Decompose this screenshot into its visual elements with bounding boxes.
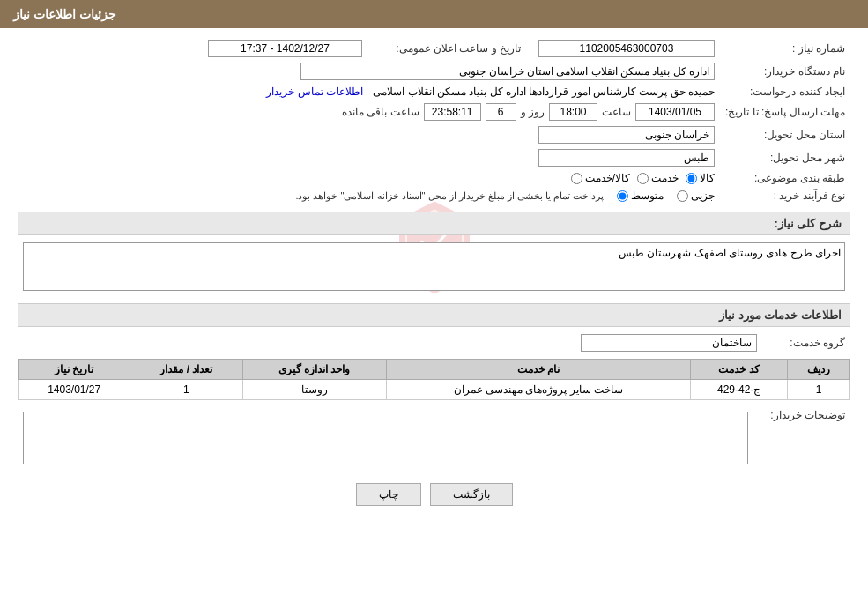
purchase-type-note: پرداخت تمام یا بخشی از مبلغ خریدار از مح… — [295, 190, 604, 202]
back-button[interactable]: بازگشت — [430, 483, 513, 506]
cell-unit: روستا — [242, 380, 386, 400]
purchase-type-jozi[interactable]: جزیی — [677, 189, 715, 202]
deadline-label: مهلت ارسال پاسخ: تا تاریخ: — [720, 100, 850, 123]
category-khedmat-radio[interactable] — [637, 173, 649, 184]
province-label: استان محل تحویل: — [720, 123, 850, 146]
deadline-day-label: روز و — [521, 106, 545, 118]
buyer-org-label: نام دستگاه خریدار: — [720, 60, 850, 83]
creator-contact-link[interactable]: اطلاعات تماس خریدار — [266, 85, 363, 98]
city-label: شهر محل تحویل: — [720, 146, 850, 169]
cell-row: 1 — [787, 380, 849, 400]
service-group-label: گروه خدمت: — [762, 331, 850, 354]
creator-label: ایجاد کننده درخواست: — [720, 83, 850, 100]
category-kala-option[interactable]: کالا — [686, 172, 715, 184]
purchase-motavasset-radio[interactable] — [617, 190, 628, 202]
buyer-org-input[interactable] — [300, 63, 715, 80]
col-date: تاریخ نیاز — [19, 360, 130, 380]
general-desc-textarea[interactable]: اجرای طرح هادی روستای اصفهک شهرستان طبس — [23, 242, 845, 291]
buyer-desc-textarea[interactable] — [23, 412, 748, 464]
buttons-row: بازگشت چاپ — [18, 483, 850, 506]
col-code: کد خدمت — [691, 360, 788, 380]
services-info-section: اطلاعات خدمات مورد نیاز — [18, 303, 850, 327]
cell-name: ساخت سایر پروژه‌های مهندسی عمران — [386, 380, 691, 400]
print-button[interactable]: چاپ — [356, 483, 421, 506]
service-group-input[interactable] — [581, 334, 757, 352]
deadline-time-input[interactable] — [549, 103, 597, 121]
cell-date: 1403/01/27 — [19, 380, 130, 400]
cell-qty: 1 — [130, 380, 242, 400]
page-header: جزئیات اطلاعات نیاز — [0, 0, 868, 28]
need-number-input[interactable] — [538, 40, 715, 57]
col-name: نام خدمت — [386, 360, 691, 380]
purchase-jozi-radio[interactable] — [677, 190, 688, 202]
announce-label: تاریخ و ساعت اعلان عمومی: — [367, 37, 526, 60]
deadline-days-input[interactable] — [486, 103, 516, 121]
deadline-time-label: ساعت — [602, 106, 631, 118]
buyer-desc-label: توضیحات خریدار: — [753, 405, 850, 470]
col-unit: واحد اندازه گیری — [242, 360, 386, 380]
purchase-type-motavasset[interactable]: متوسط — [617, 189, 664, 202]
category-label: طبقه بندی موضوعی: — [720, 169, 850, 187]
deadline-date-input[interactable] — [635, 103, 715, 121]
table-row: 1 ج-42-429 ساخت سایر پروژه‌های مهندسی عم… — [19, 380, 850, 400]
need-number-label: شماره نیاز : — [720, 37, 850, 60]
category-khedmat-option[interactable]: خدمت — [637, 172, 679, 184]
col-row: ردیف — [787, 360, 849, 380]
deadline-remaining-label: ساعت باقی مانده — [342, 106, 419, 118]
category-both-radio[interactable] — [571, 173, 582, 184]
category-kala-radio[interactable] — [686, 173, 697, 184]
services-table: ردیف کد خدمت نام خدمت واحد اندازه گیری ت… — [18, 359, 850, 400]
city-input[interactable] — [538, 149, 715, 167]
general-desc-section: شرح کلی نیاز: — [18, 212, 850, 235]
cell-code: ج-42-429 — [691, 380, 788, 400]
province-input[interactable] — [538, 126, 715, 144]
creator-value: حمیده حق پرست کارشناس امور قراردادها ادا… — [373, 85, 715, 98]
page-title: جزئیات اطلاعات نیاز — [13, 7, 116, 21]
category-kala-khedmat-option[interactable]: کالا/خدمت — [571, 172, 630, 184]
announce-input[interactable] — [208, 40, 362, 57]
purchase-type-label: نوع فرآیند خرید : — [720, 187, 850, 204]
deadline-timer-input[interactable] — [424, 103, 481, 121]
col-qty: تعداد / مقدار — [130, 360, 242, 380]
